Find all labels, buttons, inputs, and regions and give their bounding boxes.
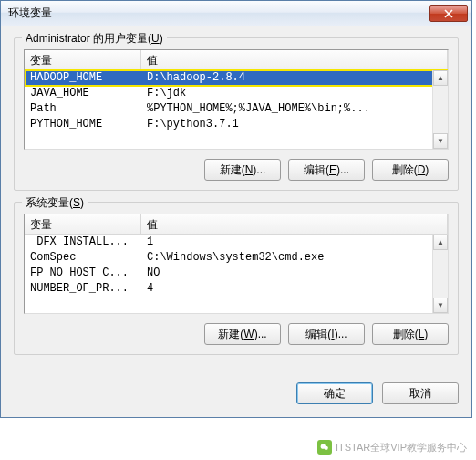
new-button[interactable]: 新建(W)... [204, 323, 281, 345]
list-header: 变量 值 [25, 214, 448, 235]
col-variable[interactable]: 变量 [25, 214, 141, 234]
scrollbar[interactable]: ▲ ▼ [432, 235, 448, 313]
sys-vars-group: 系统变量(S) 变量 值 _DFX_INSTALL...1ComSpecC:\W… [14, 202, 459, 355]
col-value[interactable]: 值 [141, 214, 448, 234]
env-vars-dialog: 环境变量 Administrator 的用户变量(U) 变量 值 HADOOP_… [0, 0, 472, 418]
cell-value: 4 [141, 281, 448, 297]
cell-value: NO [141, 266, 448, 281]
cell-variable: PYTHON_HOME [25, 117, 141, 132]
close-button[interactable] [429, 5, 468, 22]
table-row[interactable]: Path%PYTHON_HOME%;%JAVA_HOME%\bin;%... [25, 101, 448, 117]
titlebar[interactable]: 环境变量 [1, 1, 471, 26]
cell-variable: NUMBER_OF_PR... [25, 281, 141, 297]
scrollbar[interactable]: ▲ ▼ [432, 70, 448, 149]
user-vars-buttons: 新建(N)... 编辑(E)... 删除(D) [24, 159, 449, 181]
cell-value: F:\jdk [141, 86, 448, 101]
table-row[interactable]: JAVA_HOMEF:\jdk [25, 86, 448, 101]
edit-button[interactable]: 编辑(E)... [288, 159, 365, 181]
table-row[interactable]: _DFX_INSTALL...1 [25, 235, 448, 250]
cell-variable: FP_NO_HOST_C... [25, 266, 141, 281]
cell-value: %PYTHON_HOME%;%JAVA_HOME%\bin;%... [141, 101, 448, 117]
cancel-button[interactable]: 取消 [382, 382, 459, 404]
new-button[interactable]: 新建(N)... [204, 159, 281, 181]
cell-variable: ComSpec [25, 250, 141, 266]
delete-button[interactable]: 删除(D) [372, 159, 449, 181]
watermark: ITSTAR全球VIP教学服务中心 [317, 440, 467, 455]
scroll-up-icon[interactable]: ▲ [433, 70, 448, 86]
user-vars-label: Administrator 的用户变量(U) [22, 31, 167, 47]
cell-variable: _DFX_INSTALL... [25, 235, 141, 250]
delete-button[interactable]: 删除(L) [372, 323, 449, 345]
edit-button[interactable]: 编辑(I)... [288, 323, 365, 345]
cell-value: C:\Windows\system32\cmd.exe [141, 250, 448, 266]
user-vars-list[interactable]: 变量 值 HADOOP_HOMED:\hadoop-2.8.4JAVA_HOME… [24, 49, 449, 150]
cell-value: 1 [141, 235, 448, 250]
sys-vars-buttons: 新建(W)... 编辑(I)... 删除(L) [24, 323, 449, 345]
sys-vars-label: 系统变量(S) [22, 195, 88, 211]
close-icon [444, 9, 453, 18]
ok-button[interactable]: 确定 [296, 382, 373, 404]
scroll-down-icon[interactable]: ▼ [433, 133, 448, 149]
cell-value: D:\hadoop-2.8.4 [141, 70, 448, 86]
scroll-up-icon[interactable]: ▲ [433, 235, 448, 250]
window-title: 环境变量 [8, 5, 429, 21]
cell-variable: HADOOP_HOME [25, 70, 141, 86]
table-row[interactable]: FP_NO_HOST_C...NO [25, 266, 448, 281]
cell-value: F:\python3.7.1 [141, 117, 448, 132]
cell-variable: JAVA_HOME [25, 86, 141, 101]
scroll-down-icon[interactable]: ▼ [433, 298, 448, 313]
col-value[interactable]: 值 [141, 50, 448, 69]
cell-variable: Path [25, 101, 141, 117]
svg-point-1 [324, 446, 327, 450]
col-variable[interactable]: 变量 [25, 50, 141, 69]
list-header: 变量 值 [25, 50, 448, 70]
dialog-buttons: 确定 取消 [1, 377, 471, 417]
table-row[interactable]: PYTHON_HOMEF:\python3.7.1 [25, 117, 448, 132]
user-vars-group: Administrator 的用户变量(U) 变量 值 HADOOP_HOMED… [14, 37, 459, 191]
wechat-icon [317, 440, 332, 455]
table-row[interactable]: NUMBER_OF_PR...4 [25, 281, 448, 297]
sys-vars-list[interactable]: 变量 值 _DFX_INSTALL...1ComSpecC:\Windows\s… [24, 214, 449, 314]
table-row[interactable]: ComSpecC:\Windows\system32\cmd.exe [25, 250, 448, 266]
table-row[interactable]: HADOOP_HOMED:\hadoop-2.8.4 [25, 70, 448, 86]
